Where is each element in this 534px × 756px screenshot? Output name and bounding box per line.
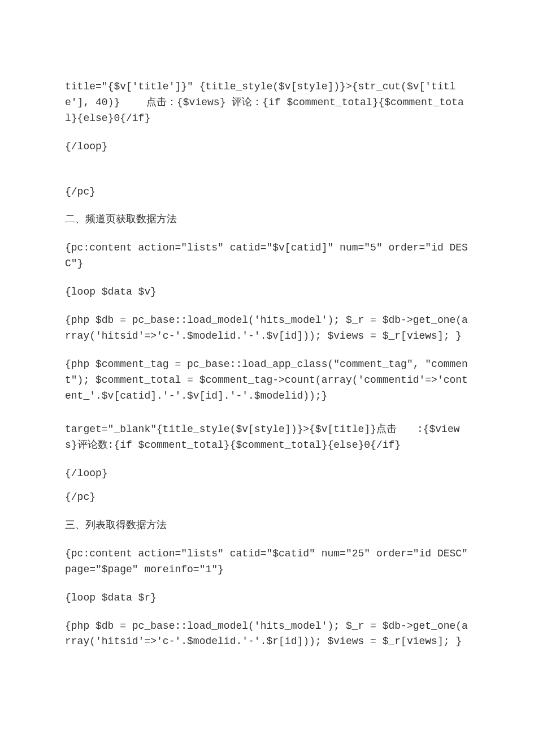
code-paragraph: {/pc} [65,184,469,200]
code-paragraph: {loop $data $r} [65,590,469,606]
code-paragraph: {loop $data $v} [65,284,469,300]
code-paragraph: {/loop} [65,466,469,482]
code-paragraph: title="{$v['title']}" {title_style($v[st… [65,79,469,127]
section-heading-2: 二、频道页获取数据方法 [65,212,469,228]
code-paragraph: {/loop} [65,139,469,155]
code-paragraph: {php $db = pc_base::load_model('hits_mod… [65,313,469,344]
code-paragraph: {php $comment_tag = pc_base::load_app_cl… [65,357,469,404]
code-paragraph: {pc:content action="lists" catid="$catid… [65,546,469,578]
code-paragraph: {pc:content action="lists" catid="$v[cat… [65,240,469,272]
code-paragraph: {/pc} [65,490,469,506]
code-paragraph: {php $db = pc_base::load_model('hits_mod… [65,619,469,650]
document-page: title="{$v['title']}" {title_style($v[st… [0,0,534,756]
section-heading-3: 三、列表取得数据方法 [65,518,469,534]
code-paragraph: target="_blank"{title_style($v[style])}>… [65,422,469,453]
